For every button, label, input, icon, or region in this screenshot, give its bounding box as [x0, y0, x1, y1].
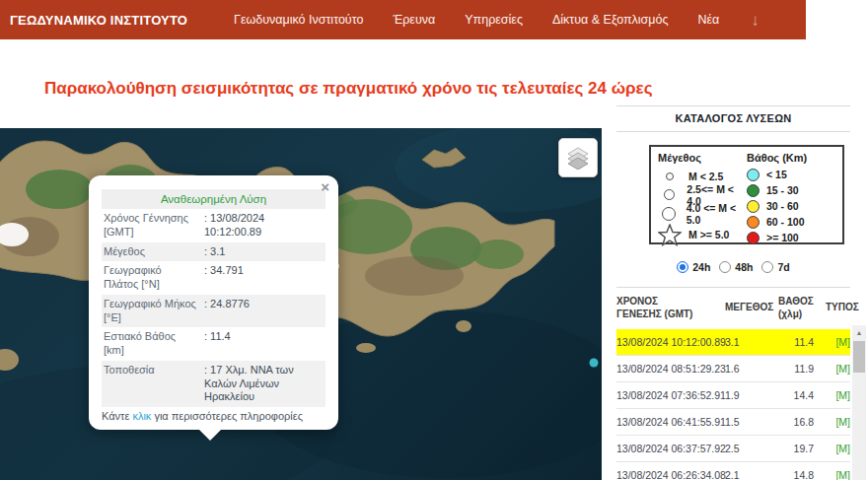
earthquake-marker[interactable] [590, 359, 599, 368]
popup-title: Αναθεωρημένη Λύση [102, 189, 326, 209]
layers-icon [566, 146, 590, 170]
catalog-title: ΚΑΤΑΛΟΓΟΣ ΛΥΣΕΩΝ [616, 112, 850, 124]
legend-item: 15 - 30 [747, 182, 835, 198]
legend-item: 60 - 100 [747, 214, 835, 230]
earthquake-popup: × Αναθεωρημένη Λύση Χρόνος Γέννησης [GMT… [89, 175, 338, 430]
popup-row-latitude: Γεωγραφικό Πλάτος [°N] : 34.791 [102, 261, 326, 295]
table-header: ΧΡΟΝΟΣ ΓΕΝΕΣΗΣ (GMT) ΜΕΓΕΘΟΣ ΒΑΘΟΣ (χλμ)… [616, 288, 850, 329]
popup-row-longitude: Γεωγραφικό Μήκος [°E] : 24.8776 [102, 295, 326, 328]
events-table: ΧΡΟΝΟΣ ΓΕΝΕΣΗΣ (GMT) ΜΕΓΕΘΟΣ ΒΑΘΟΣ (χλμ)… [616, 287, 850, 480]
nav-item-institute[interactable]: Γεωδυναμικό Ινστιτούτο [234, 13, 363, 27]
popup-row-location: Τοποθεσία : 17 Χλμ. ΝΝΑ των Καλών Λιμένω… [102, 361, 326, 407]
depth-color-dot [747, 184, 760, 197]
table-scrollbar[interactable]: ▲ [852, 325, 866, 480]
divider [616, 131, 850, 132]
legend-item: 30 - 60 [747, 198, 835, 214]
table-row[interactable]: 13/08/2024 10:12:00.89 3.1 11.4 [M] [616, 329, 850, 356]
large-circle-icon [658, 207, 680, 221]
time-filter-group: 24h 48h 7d [616, 261, 850, 273]
radio-icon [719, 261, 731, 273]
medium-circle-icon [658, 189, 680, 200]
page-title: Παρακολούθηση σεισμικότητας σε πραγματικ… [44, 79, 653, 99]
radio-24h[interactable]: 24h [677, 261, 710, 273]
depth-color-dot [747, 232, 760, 244]
star-icon [658, 224, 682, 246]
legend-item: M >= 5.0 [658, 223, 747, 246]
legend-magnitude-title: Μέγεθος [658, 152, 747, 164]
map-layers-button[interactable] [558, 138, 598, 177]
sidebar: ΚΑΤΑΛΟΓΟΣ ΛΥΣΕΩΝ Μέγεθος M < 2.5 2.5<= M… [610, 0, 868, 480]
table-row[interactable]: 13/08/2024 06:41:55.91 1.5 16.8 [M] [616, 409, 850, 436]
legend-depth-title: Βάθος (Km) [747, 152, 835, 164]
depth-color-dot [747, 216, 760, 229]
legend-item: 4.0 <= M < 5.0 [658, 204, 747, 223]
small-circle-icon [658, 172, 682, 180]
legend-item: < 15 [747, 167, 835, 182]
table-row[interactable]: 13/08/2024 08:51:29.23 1.6 11.9 [M] [616, 356, 850, 382]
more-info-link[interactable]: κλικ [132, 410, 151, 422]
radio-icon [761, 261, 773, 273]
legend-depth-column: Βάθος (Km) < 15 15 - 30 30 - 60 60 - 100 [747, 152, 835, 238]
popup-row-depth: Εστιακό Βάθος [km] : 11.4 [102, 327, 326, 361]
scroll-up-arrow-icon[interactable]: ▲ [852, 325, 866, 339]
seismicity-map[interactable]: × Αναθεωρημένη Λύση Χρόνος Γέννησης [GMT… [0, 128, 602, 480]
popup-row-origin-time: Χρόνος Γέννησης [GMT] : 13/08/2024 10:12… [102, 209, 326, 242]
close-icon[interactable]: × [321, 179, 329, 194]
popup-footer: Κάντε κλικ για περισσότερες πληροφορίες [102, 410, 326, 422]
popup-row-magnitude: Μέγεθος : 3.1 [102, 242, 326, 262]
popup-pointer [198, 429, 222, 441]
radio-7d[interactable]: 7d [761, 261, 789, 273]
divider [616, 105, 850, 106]
page: ΓΕΩΔΥΝΑΜΙΚΟ ΙΝΣΤΙΤΟΥΤΟ Γεωδυναμικό Ινστι… [0, 0, 868, 480]
table-row[interactable]: 13/08/2024 06:26:34.08 2.1 14.8 [M] [616, 462, 850, 480]
legend-item: >= 100 [747, 230, 835, 245]
scrollbar-thumb[interactable] [853, 341, 865, 373]
table-row[interactable]: 13/08/2024 07:36:52.91 1.9 14.4 [M] [616, 382, 850, 409]
depth-color-dot [747, 200, 760, 213]
nav-item-services[interactable]: Υπηρεσίες [465, 13, 523, 27]
legend-magnitude-column: Μέγεθος M < 2.5 2.5<= M < 4.0 4.0 <= M <… [658, 152, 747, 238]
brand-logo[interactable]: ΓΕΩΔΥΝΑΜΙΚΟ ΙΝΣΤΙΤΟΥΤΟ [10, 0, 187, 39]
radio-48h[interactable]: 48h [719, 261, 753, 273]
table-row[interactable]: 13/08/2024 06:37:57.92 2.5 19.7 [M] [616, 436, 850, 462]
depth-color-dot [747, 169, 760, 181]
radio-icon [677, 261, 688, 273]
legend-box: Μέγεθος M < 2.5 2.5<= M < 4.0 4.0 <= M <… [649, 145, 844, 244]
nav-item-research[interactable]: Έρευνα [393, 13, 435, 27]
